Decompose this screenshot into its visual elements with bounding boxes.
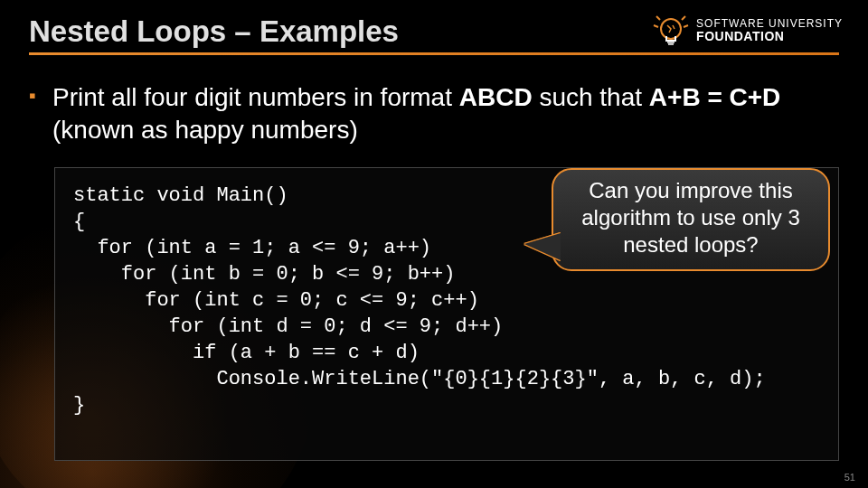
title-underline bbox=[29, 52, 839, 55]
code-line-6: for (int d = 0; d <= 9; d++) bbox=[73, 315, 503, 338]
code-line-5: for (int c = 0; c <= 9; c++) bbox=[73, 289, 479, 312]
logo-line2: FOUNDATION bbox=[696, 30, 843, 43]
bullet-area: Print all four digit numbers in format A… bbox=[29, 81, 839, 147]
code-line-7: if (a + b == c + d) bbox=[73, 342, 420, 364]
code-line-8: Console.WriteLine("{0}{1}{2}{3}", a, b, … bbox=[73, 368, 766, 390]
bullet-bold-1: ABCD bbox=[459, 83, 533, 111]
bullet-bold-2: A+B = C+D bbox=[649, 83, 781, 111]
callout-bubble: Can you improve this algorithm to use on… bbox=[552, 168, 830, 271]
code-line-9: } bbox=[73, 394, 85, 417]
bullet-text-pre: Print all four digit numbers in format bbox=[52, 83, 459, 111]
bullet-text-mid: such that bbox=[533, 83, 649, 111]
bullet-item: Print all four digit numbers in format A… bbox=[29, 81, 839, 147]
code-line-3: for (int a = 1; a <= 9; a++) bbox=[73, 237, 431, 259]
bullet-text-post: (known as happy numbers) bbox=[52, 116, 358, 144]
code-line-1: static void Main() bbox=[73, 184, 288, 207]
code-line-4: for (int b = 0; b <= 9; b++) bbox=[73, 263, 455, 286]
lightbulb-icon bbox=[651, 11, 691, 51]
callout-tail bbox=[524, 233, 561, 260]
slide-title: Nested Loops – Examples bbox=[29, 14, 399, 49]
page-number: 51 bbox=[844, 472, 855, 483]
code-line-2: { bbox=[73, 211, 85, 233]
logo-text: SOFTWARE UNIVERSITY FOUNDATION bbox=[696, 18, 843, 42]
logo: SOFTWARE UNIVERSITY FOUNDATION bbox=[651, 11, 843, 51]
